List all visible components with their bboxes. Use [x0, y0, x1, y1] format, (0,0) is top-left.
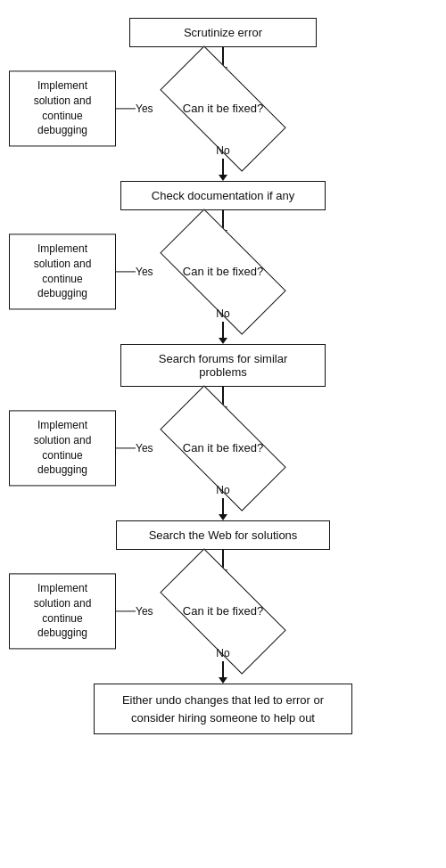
- end-box: Either undo changes that led to error or…: [94, 684, 352, 734]
- no-group-1: No: [216, 144, 229, 181]
- doc-box: Check documentation if any: [120, 181, 326, 210]
- diamond-3: Can it be fixed?: [134, 413, 312, 484]
- no-group-3: No: [216, 484, 229, 520]
- start-box: Scrutinize error: [129, 18, 317, 47]
- diamond-2: Can it be fixed?: [134, 236, 312, 307]
- flowchart: Scrutinize error Implement solution and …: [0, 18, 446, 734]
- no-label-2: No: [216, 307, 229, 320]
- impl-box-2: Implement solution and continue debuggin…: [9, 233, 116, 309]
- diamond-row-1: Implement solution and continue debuggin…: [0, 73, 446, 144]
- diamond-row-2: Implement solution and continue debuggin…: [0, 236, 446, 307]
- forum-box: Search forums for similar problems: [120, 344, 326, 387]
- no-label-4: No: [216, 647, 229, 659]
- diamond-4: Can it be fixed?: [134, 576, 312, 647]
- diamond-row-3: Implement solution and continue debuggin…: [0, 413, 446, 484]
- no-label-1: No: [216, 144, 229, 157]
- web-box: Search the Web for solutions: [116, 520, 330, 550]
- no-group-2: No: [216, 307, 229, 344]
- diamond-row-4: Implement solution and continue debuggin…: [0, 576, 446, 647]
- no-label-3: No: [216, 484, 229, 496]
- diamond-1: Can it be fixed?: [134, 73, 312, 144]
- impl-box-3: Implement solution and continue debuggin…: [9, 410, 116, 486]
- impl-box-4: Implement solution and continue debuggin…: [9, 573, 116, 649]
- impl-box-1: Implement solution and continue debuggin…: [9, 70, 116, 146]
- no-group-4: No: [216, 647, 229, 684]
